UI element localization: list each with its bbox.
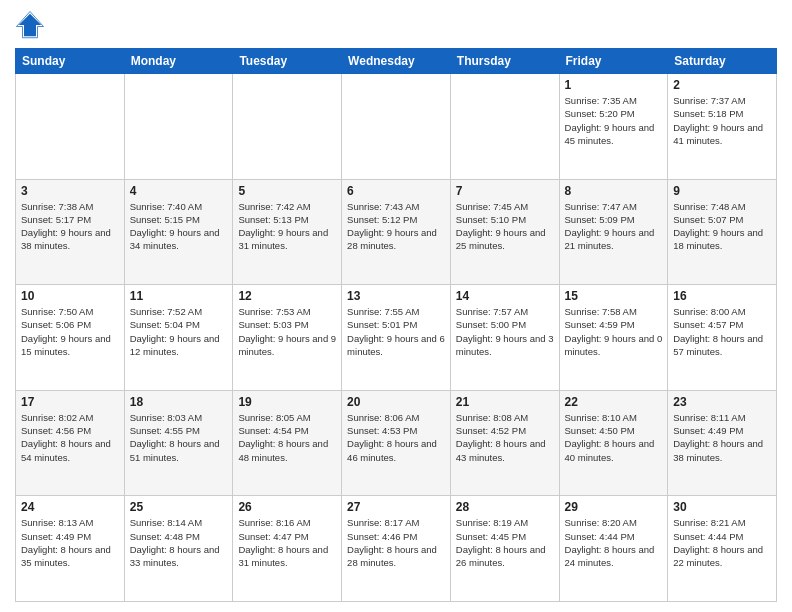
day-info: Sunrise: 7:48 AM Sunset: 5:07 PM Dayligh… [673, 200, 771, 253]
day-info: Sunrise: 7:37 AM Sunset: 5:18 PM Dayligh… [673, 94, 771, 147]
sunrise-text: Sunrise: 8:20 AM [565, 517, 637, 528]
day-info: Sunrise: 7:43 AM Sunset: 5:12 PM Dayligh… [347, 200, 445, 253]
day-number: 15 [565, 289, 663, 303]
sunset-text: Sunset: 4:49 PM [673, 425, 743, 436]
daylight-text: Daylight: 8 hours and 54 minutes. [21, 438, 111, 462]
sunset-text: Sunset: 4:55 PM [130, 425, 200, 436]
daylight-text: Daylight: 8 hours and 28 minutes. [347, 544, 437, 568]
sunrise-text: Sunrise: 7:38 AM [21, 201, 93, 212]
calendar-cell: 9 Sunrise: 7:48 AM Sunset: 5:07 PM Dayli… [668, 179, 777, 285]
calendar-cell: 29 Sunrise: 8:20 AM Sunset: 4:44 PM Dayl… [559, 496, 668, 602]
header [15, 10, 777, 40]
day-number: 18 [130, 395, 228, 409]
day-number: 6 [347, 184, 445, 198]
calendar-cell [16, 74, 125, 180]
sunset-text: Sunset: 5:20 PM [565, 108, 635, 119]
calendar-week-row: 17 Sunrise: 8:02 AM Sunset: 4:56 PM Dayl… [16, 390, 777, 496]
daylight-text: Daylight: 9 hours and 0 minutes. [565, 333, 663, 357]
calendar-cell: 30 Sunrise: 8:21 AM Sunset: 4:44 PM Dayl… [668, 496, 777, 602]
sunrise-text: Sunrise: 7:53 AM [238, 306, 310, 317]
calendar-cell [124, 74, 233, 180]
day-info: Sunrise: 7:45 AM Sunset: 5:10 PM Dayligh… [456, 200, 554, 253]
sunset-text: Sunset: 5:01 PM [347, 319, 417, 330]
daylight-text: Daylight: 9 hours and 34 minutes. [130, 227, 220, 251]
sunrise-text: Sunrise: 8:14 AM [130, 517, 202, 528]
day-number: 9 [673, 184, 771, 198]
sunrise-text: Sunrise: 7:48 AM [673, 201, 745, 212]
sunrise-text: Sunrise: 7:37 AM [673, 95, 745, 106]
sunset-text: Sunset: 5:12 PM [347, 214, 417, 225]
logo-icon [15, 10, 45, 40]
calendar-cell: 19 Sunrise: 8:05 AM Sunset: 4:54 PM Dayl… [233, 390, 342, 496]
calendar-cell: 16 Sunrise: 8:00 AM Sunset: 4:57 PM Dayl… [668, 285, 777, 391]
daylight-text: Daylight: 9 hours and 15 minutes. [21, 333, 111, 357]
sunrise-text: Sunrise: 8:05 AM [238, 412, 310, 423]
calendar-cell: 7 Sunrise: 7:45 AM Sunset: 5:10 PM Dayli… [450, 179, 559, 285]
day-number: 22 [565, 395, 663, 409]
day-info: Sunrise: 7:50 AM Sunset: 5:06 PM Dayligh… [21, 305, 119, 358]
day-info: Sunrise: 8:08 AM Sunset: 4:52 PM Dayligh… [456, 411, 554, 464]
day-info: Sunrise: 7:40 AM Sunset: 5:15 PM Dayligh… [130, 200, 228, 253]
sunrise-text: Sunrise: 7:58 AM [565, 306, 637, 317]
sunrise-text: Sunrise: 7:55 AM [347, 306, 419, 317]
sunset-text: Sunset: 4:54 PM [238, 425, 308, 436]
calendar-cell: 22 Sunrise: 8:10 AM Sunset: 4:50 PM Dayl… [559, 390, 668, 496]
sunrise-text: Sunrise: 7:42 AM [238, 201, 310, 212]
calendar-cell: 18 Sunrise: 8:03 AM Sunset: 4:55 PM Dayl… [124, 390, 233, 496]
calendar-cell: 8 Sunrise: 7:47 AM Sunset: 5:09 PM Dayli… [559, 179, 668, 285]
calendar-cell: 6 Sunrise: 7:43 AM Sunset: 5:12 PM Dayli… [342, 179, 451, 285]
sunset-text: Sunset: 4:56 PM [21, 425, 91, 436]
calendar-cell: 5 Sunrise: 7:42 AM Sunset: 5:13 PM Dayli… [233, 179, 342, 285]
daylight-text: Daylight: 9 hours and 9 minutes. [238, 333, 336, 357]
calendar-cell: 21 Sunrise: 8:08 AM Sunset: 4:52 PM Dayl… [450, 390, 559, 496]
calendar-week-row: 1 Sunrise: 7:35 AM Sunset: 5:20 PM Dayli… [16, 74, 777, 180]
daylight-text: Daylight: 9 hours and 18 minutes. [673, 227, 763, 251]
day-number: 20 [347, 395, 445, 409]
sunset-text: Sunset: 4:48 PM [130, 531, 200, 542]
daylight-text: Daylight: 8 hours and 31 minutes. [238, 544, 328, 568]
logo [15, 10, 49, 40]
day-info: Sunrise: 8:03 AM Sunset: 4:55 PM Dayligh… [130, 411, 228, 464]
day-info: Sunrise: 7:58 AM Sunset: 4:59 PM Dayligh… [565, 305, 663, 358]
sunset-text: Sunset: 5:04 PM [130, 319, 200, 330]
daylight-text: Daylight: 8 hours and 38 minutes. [673, 438, 763, 462]
header-monday: Monday [124, 49, 233, 74]
calendar-cell: 17 Sunrise: 8:02 AM Sunset: 4:56 PM Dayl… [16, 390, 125, 496]
day-number: 16 [673, 289, 771, 303]
sunset-text: Sunset: 4:44 PM [565, 531, 635, 542]
day-number: 13 [347, 289, 445, 303]
sunrise-text: Sunrise: 8:00 AM [673, 306, 745, 317]
header-friday: Friday [559, 49, 668, 74]
sunrise-text: Sunrise: 8:02 AM [21, 412, 93, 423]
calendar-cell: 12 Sunrise: 7:53 AM Sunset: 5:03 PM Dayl… [233, 285, 342, 391]
day-info: Sunrise: 8:00 AM Sunset: 4:57 PM Dayligh… [673, 305, 771, 358]
sunset-text: Sunset: 4:52 PM [456, 425, 526, 436]
daylight-text: Daylight: 9 hours and 38 minutes. [21, 227, 111, 251]
sunrise-text: Sunrise: 7:40 AM [130, 201, 202, 212]
day-info: Sunrise: 8:13 AM Sunset: 4:49 PM Dayligh… [21, 516, 119, 569]
daylight-text: Daylight: 8 hours and 48 minutes. [238, 438, 328, 462]
day-info: Sunrise: 8:06 AM Sunset: 4:53 PM Dayligh… [347, 411, 445, 464]
daylight-text: Daylight: 9 hours and 6 minutes. [347, 333, 445, 357]
day-info: Sunrise: 8:05 AM Sunset: 4:54 PM Dayligh… [238, 411, 336, 464]
sunrise-text: Sunrise: 8:06 AM [347, 412, 419, 423]
day-number: 4 [130, 184, 228, 198]
sunrise-text: Sunrise: 7:45 AM [456, 201, 528, 212]
day-number: 8 [565, 184, 663, 198]
daylight-text: Daylight: 9 hours and 45 minutes. [565, 122, 655, 146]
day-info: Sunrise: 7:55 AM Sunset: 5:01 PM Dayligh… [347, 305, 445, 358]
day-number: 2 [673, 78, 771, 92]
daylight-text: Daylight: 8 hours and 40 minutes. [565, 438, 655, 462]
sunset-text: Sunset: 5:17 PM [21, 214, 91, 225]
header-wednesday: Wednesday [342, 49, 451, 74]
daylight-text: Daylight: 8 hours and 33 minutes. [130, 544, 220, 568]
calendar-cell [450, 74, 559, 180]
day-number: 19 [238, 395, 336, 409]
weekday-header-row: Sunday Monday Tuesday Wednesday Thursday… [16, 49, 777, 74]
day-info: Sunrise: 8:10 AM Sunset: 4:50 PM Dayligh… [565, 411, 663, 464]
day-info: Sunrise: 7:53 AM Sunset: 5:03 PM Dayligh… [238, 305, 336, 358]
day-info: Sunrise: 7:35 AM Sunset: 5:20 PM Dayligh… [565, 94, 663, 147]
sunrise-text: Sunrise: 8:21 AM [673, 517, 745, 528]
day-number: 21 [456, 395, 554, 409]
day-info: Sunrise: 8:21 AM Sunset: 4:44 PM Dayligh… [673, 516, 771, 569]
